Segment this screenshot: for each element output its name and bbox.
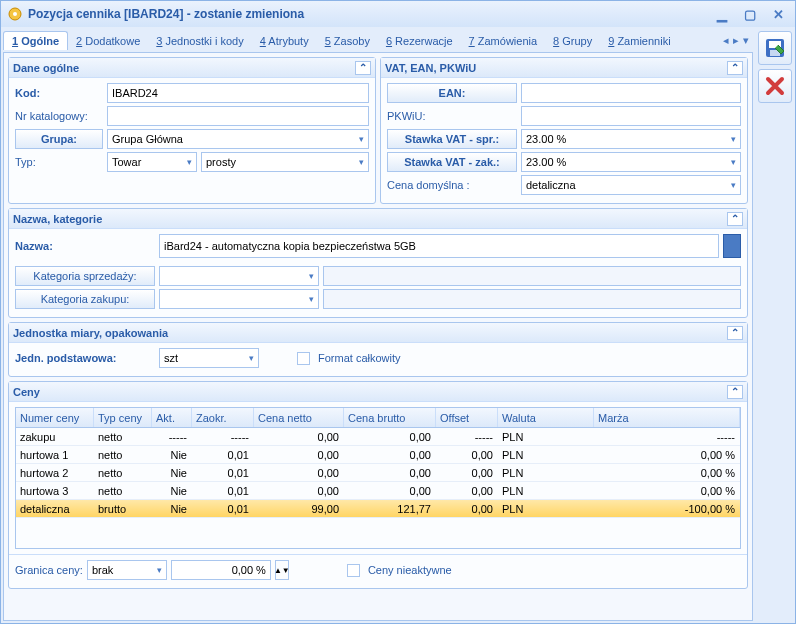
panel-vat: VAT, EAN, PKWiU ⌃ EAN: PKWiU: [380, 57, 748, 204]
kzak-desc [323, 289, 741, 309]
col-header[interactable]: Cena netto [254, 408, 344, 427]
pkwiu-label: PKWiU: [387, 110, 517, 122]
nieakt-checkbox[interactable] [347, 563, 364, 577]
app-icon [7, 6, 23, 22]
kspr-desc [323, 266, 741, 286]
jedn-label: Jedn. podstawowa: [15, 352, 155, 364]
typ2-combo[interactable]: prosty▾ [201, 152, 369, 172]
grupa-combo[interactable]: Grupa Główna▾ [107, 129, 369, 149]
tab-prev-icon[interactable]: ◂ [723, 34, 729, 47]
maximize-button[interactable]: ▢ [739, 6, 761, 22]
ean-button[interactable]: EAN: [387, 83, 517, 103]
grupa-button[interactable]: Grupa: [15, 129, 103, 149]
vatzak-button[interactable]: Stawka VAT - zak.: [387, 152, 517, 172]
table-row[interactable]: hurtowa 3nettoNie0,010,000,000,00PLN0,00… [16, 482, 740, 500]
panel-title: Jednostka miary, opakowania [13, 327, 168, 339]
tab-1[interactable]: 2 Dodatkowe [68, 32, 148, 50]
kod-label: Kod: [15, 87, 103, 99]
tab-7[interactable]: 8 Grupy [545, 32, 600, 50]
col-header[interactable]: Offset [436, 408, 498, 427]
typ-combo[interactable]: Towar▾ [107, 152, 197, 172]
collapse-icon[interactable]: ⌃ [727, 212, 743, 226]
collapse-icon[interactable]: ⌃ [355, 61, 371, 75]
tab-4[interactable]: 5 Zasoby [317, 32, 378, 50]
kspr-combo[interactable]: ▾ [159, 266, 319, 286]
panel-title: Dane ogólne [13, 62, 79, 74]
granica-pct[interactable] [171, 560, 271, 580]
tab-6[interactable]: 7 Zamówienia [461, 32, 545, 50]
tab-8[interactable]: 9 Zamienniki [600, 32, 678, 50]
window-title: Pozycja cennika [IBARD24] - zostanie zmi… [28, 7, 304, 21]
kzak-button[interactable]: Kategoria zakupu: [15, 289, 155, 309]
tab-menu-icon[interactable]: ▾ [743, 34, 749, 47]
tab-2[interactable]: 3 Jednostki i kody [148, 32, 251, 50]
cancel-button[interactable] [758, 69, 792, 103]
collapse-icon[interactable]: ⌃ [727, 326, 743, 340]
table-row[interactable]: hurtowa 2nettoNie0,010,000,000,00PLN0,00… [16, 464, 740, 482]
tabstrip: 1 Ogólne2 Dodatkowe3 Jednostki i kody4 A… [3, 29, 753, 53]
vatspr-button[interactable]: Stawka VAT - spr.: [387, 129, 517, 149]
tab-5[interactable]: 6 Rezerwacje [378, 32, 461, 50]
tab-next-icon[interactable]: ▸ [733, 34, 739, 47]
kspr-button[interactable]: Kategoria sprzedaży: [15, 266, 155, 286]
panel-title: Ceny [13, 386, 40, 398]
col-header[interactable]: Marża [594, 408, 740, 427]
granica-label: Granica ceny: [15, 564, 83, 576]
panel-dane-ogolne: Dane ogólne ⌃ Kod: Nr katalogowy: [8, 57, 376, 204]
save-button[interactable] [758, 31, 792, 65]
format-label: Format całkowity [318, 352, 401, 364]
window: Pozycja cennika [IBARD24] - zostanie zmi… [0, 0, 796, 624]
col-header[interactable]: Zaokr. [192, 408, 254, 427]
table-row[interactable]: zakupunetto----------0,000,00-----PLN---… [16, 428, 740, 446]
col-header[interactable]: Typ ceny [94, 408, 152, 427]
svg-point-1 [13, 12, 17, 16]
col-header[interactable]: Akt. [152, 408, 192, 427]
panel-jednostka: Jednostka miary, opakowania ⌃ Jedn. pods… [8, 322, 748, 377]
nazwa-expand-button[interactable] [723, 234, 741, 258]
vatspr-combo[interactable]: 23.00 %▾ [521, 129, 741, 149]
nazwa-label: Nazwa: [15, 240, 155, 252]
ean-input[interactable] [521, 83, 741, 103]
pkwiu-input[interactable] [521, 106, 741, 126]
tab-3[interactable]: 4 Atrybuty [252, 32, 317, 50]
col-header[interactable]: Waluta [498, 408, 594, 427]
ceny-table: Numer cenyTyp cenyAkt.Zaokr.Cena nettoCe… [15, 407, 741, 549]
table-row[interactable]: hurtowa 1nettoNie0,010,000,000,00PLN0,00… [16, 446, 740, 464]
granica-combo[interactable]: brak▾ [87, 560, 167, 580]
nkat-input[interactable] [107, 106, 369, 126]
collapse-icon[interactable]: ⌃ [727, 385, 743, 399]
col-header[interactable]: Cena brutto [344, 408, 436, 427]
panel-ceny: Ceny ⌃ Numer cenyTyp cenyAkt.Zaokr.Cena … [8, 381, 748, 589]
minimize-button[interactable]: ▁ [711, 6, 733, 22]
close-button[interactable]: ✕ [767, 6, 789, 22]
titlebar: Pozycja cennika [IBARD24] - zostanie zmi… [1, 1, 795, 27]
col-header[interactable]: Numer ceny [16, 408, 94, 427]
panel-title: Nazwa, kategorie [13, 213, 102, 225]
nkat-label: Nr katalogowy: [15, 110, 103, 122]
nazwa-input[interactable]: iBard24 - automatyczna kopia bezpieczeńs… [159, 234, 719, 258]
domyslna-combo[interactable]: detaliczna▾ [521, 175, 741, 195]
table-row[interactable]: detalicznabruttoNie0,0199,00121,770,00PL… [16, 500, 740, 518]
spinner[interactable]: ▲▼ [275, 560, 289, 580]
tab-0[interactable]: 1 Ogólne [3, 31, 68, 50]
format-checkbox[interactable] [297, 351, 314, 365]
panel-title: VAT, EAN, PKWiU [385, 62, 476, 74]
kod-input[interactable] [107, 83, 369, 103]
domyslna-label: Cena domyślna : [387, 179, 517, 191]
nieakt-label: Ceny nieaktywne [368, 564, 452, 576]
vatzak-combo[interactable]: 23.00 %▾ [521, 152, 741, 172]
kzak-combo[interactable]: ▾ [159, 289, 319, 309]
collapse-icon[interactable]: ⌃ [727, 61, 743, 75]
jedn-combo[interactable]: szt▾ [159, 348, 259, 368]
typ-label: Typ: [15, 156, 103, 168]
panel-nazwa: Nazwa, kategorie ⌃ Nazwa: iBard24 - auto… [8, 208, 748, 318]
